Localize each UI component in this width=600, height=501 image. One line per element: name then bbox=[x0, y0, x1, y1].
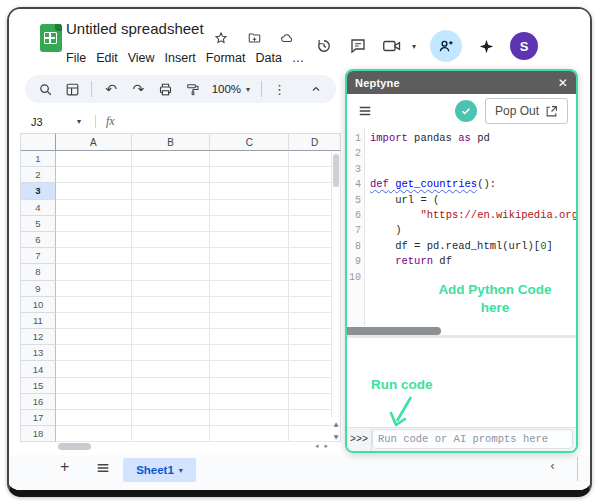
column-header-a[interactable]: A bbox=[56, 133, 132, 151]
row-header-7[interactable]: 7 bbox=[21, 248, 56, 264]
more-vertical-icon[interactable]: ⋮ bbox=[273, 82, 286, 97]
grid-cell-A1[interactable] bbox=[56, 151, 132, 167]
grid-cell-B2[interactable] bbox=[132, 167, 211, 183]
document-title[interactable]: Untitled spreadsheet bbox=[66, 20, 204, 37]
name-box[interactable]: J3 bbox=[31, 116, 77, 128]
grid-cell-B3[interactable] bbox=[132, 183, 211, 199]
grid-cell-C2[interactable] bbox=[210, 167, 289, 183]
grid-cell-C11[interactable] bbox=[210, 313, 289, 329]
row-header-1[interactable]: 1 bbox=[21, 151, 56, 167]
grid-cell-A15[interactable] bbox=[56, 378, 132, 394]
row-header-2[interactable]: 2 bbox=[21, 167, 56, 183]
menu-item-insert[interactable]: Insert bbox=[165, 51, 196, 65]
grid-cell-C16[interactable] bbox=[210, 394, 289, 410]
hamburger-menu-icon[interactable] bbox=[355, 101, 375, 121]
code-line-3[interactable] bbox=[370, 162, 576, 177]
share-button[interactable] bbox=[430, 30, 462, 62]
row-header-13[interactable]: 13 bbox=[21, 345, 56, 361]
grid-cell-C17[interactable] bbox=[210, 410, 289, 426]
row-header-11[interactable]: 11 bbox=[21, 313, 56, 329]
grid-cell-A14[interactable] bbox=[56, 361, 132, 377]
grid-cell-C8[interactable] bbox=[210, 264, 289, 280]
row-header-18[interactable]: 18 bbox=[21, 426, 56, 442]
menu-item-[interactable]: … bbox=[292, 51, 305, 65]
vertical-scroll-arrows[interactable]: ▲▼ bbox=[331, 417, 341, 443]
menu-item-view[interactable]: View bbox=[128, 51, 155, 65]
grid-cell-B13[interactable] bbox=[132, 345, 211, 361]
paint-format-icon[interactable] bbox=[185, 79, 201, 99]
repl-input[interactable] bbox=[372, 429, 573, 449]
column-header-c[interactable]: C bbox=[210, 133, 289, 151]
code-line-9[interactable]: return df bbox=[370, 254, 576, 269]
grid-cell-A8[interactable] bbox=[56, 264, 132, 280]
row-header-15[interactable]: 15 bbox=[21, 378, 56, 394]
horizontal-scrollbar-thumb[interactable] bbox=[58, 443, 91, 450]
row-header-17[interactable]: 17 bbox=[21, 410, 56, 426]
sheets-logo[interactable] bbox=[40, 24, 62, 52]
neptyne-panel-header[interactable]: Neptyne ✕ bbox=[347, 71, 576, 94]
grid-cell-C18[interactable] bbox=[210, 426, 289, 442]
row-header-10[interactable]: 10 bbox=[21, 297, 56, 313]
grid-cell-B7[interactable] bbox=[132, 248, 211, 264]
row-header-5[interactable]: 5 bbox=[21, 216, 56, 232]
grid-cell-C5[interactable] bbox=[210, 216, 289, 232]
grid-cell-B15[interactable] bbox=[132, 378, 211, 394]
grid-cell-B16[interactable] bbox=[132, 394, 211, 410]
grid-cell-A17[interactable] bbox=[56, 410, 132, 426]
table-frame-icon[interactable] bbox=[64, 79, 80, 99]
video-camera-dropdown-icon[interactable]: ▾ bbox=[412, 42, 416, 51]
grid-cell-B5[interactable] bbox=[132, 216, 211, 232]
code-line-7[interactable]: ) bbox=[370, 223, 576, 238]
code-line-8[interactable]: df = pd.read_html(url)[0] bbox=[370, 239, 576, 254]
row-header-4[interactable]: 4 bbox=[21, 200, 56, 216]
sparkle-gemini-icon[interactable] bbox=[476, 36, 496, 56]
grid-corner[interactable] bbox=[21, 133, 56, 151]
grid-cell-A13[interactable] bbox=[56, 345, 132, 361]
pop-out-button[interactable]: Pop Out bbox=[485, 98, 568, 124]
menu-item-file[interactable]: File bbox=[66, 51, 86, 65]
grid-cell-B9[interactable] bbox=[132, 281, 211, 297]
grid-cell-C3[interactable] bbox=[210, 183, 289, 199]
show-side-panel-icon[interactable]: ‹ bbox=[550, 459, 555, 473]
row-header-12[interactable]: 12 bbox=[21, 329, 56, 345]
search-icon[interactable] bbox=[37, 79, 53, 99]
grid-cell-A16[interactable] bbox=[56, 394, 132, 410]
code-line-2[interactable] bbox=[370, 146, 576, 161]
column-header-b[interactable]: B bbox=[132, 133, 211, 151]
editor-scrollbar-thumb[interactable] bbox=[347, 327, 441, 335]
row-header-3[interactable]: 3 bbox=[21, 183, 56, 199]
grid-cell-A10[interactable] bbox=[56, 297, 132, 313]
undo-icon[interactable]: ↶ bbox=[103, 79, 119, 99]
grid-cell-A3[interactable] bbox=[56, 183, 132, 199]
grid-cell-C15[interactable] bbox=[210, 378, 289, 394]
comment-icon[interactable] bbox=[348, 36, 368, 56]
row-header-6[interactable]: 6 bbox=[21, 232, 56, 248]
grid-cell-A18[interactable] bbox=[56, 426, 132, 442]
row-header-8[interactable]: 8 bbox=[21, 264, 56, 280]
grid-cell-B8[interactable] bbox=[132, 264, 211, 280]
grid-cell-B12[interactable] bbox=[132, 329, 211, 345]
grid-cell-A2[interactable] bbox=[56, 167, 132, 183]
cloud-check-icon[interactable] bbox=[277, 28, 297, 48]
grid-cell-C9[interactable] bbox=[210, 281, 289, 297]
grid-cell-B14[interactable] bbox=[132, 361, 211, 377]
grid-cell-B6[interactable] bbox=[132, 232, 211, 248]
video-camera-icon[interactable] bbox=[382, 36, 408, 56]
grid-cell-A6[interactable] bbox=[56, 232, 132, 248]
grid-cell-A9[interactable] bbox=[56, 281, 132, 297]
collapse-toolbar-icon[interactable] bbox=[308, 79, 324, 99]
grid-cell-B4[interactable] bbox=[132, 200, 211, 216]
name-box-dropdown-icon[interactable]: ▾ bbox=[77, 117, 81, 126]
account-avatar[interactable]: S bbox=[510, 32, 538, 60]
close-icon[interactable]: ✕ bbox=[558, 77, 568, 89]
column-header-d[interactable]: D bbox=[289, 133, 341, 151]
history-icon[interactable] bbox=[314, 36, 334, 56]
grid-cell-C4[interactable] bbox=[210, 200, 289, 216]
grid-cell-C13[interactable] bbox=[210, 345, 289, 361]
grid-cell-C1[interactable] bbox=[210, 151, 289, 167]
grid-cell-A5[interactable] bbox=[56, 216, 132, 232]
menu-item-data[interactable]: Data bbox=[255, 51, 281, 65]
folder-move-icon[interactable] bbox=[244, 28, 264, 48]
grid-cell-C10[interactable] bbox=[210, 297, 289, 313]
grid-cell-B17[interactable] bbox=[132, 410, 211, 426]
